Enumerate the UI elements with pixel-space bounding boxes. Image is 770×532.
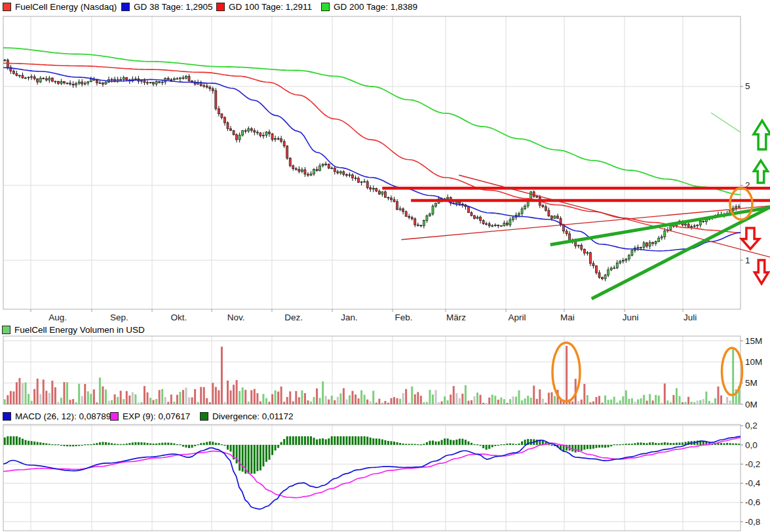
- macd-chart-panel: 0,20,0-0,2-0,4-0,6-0,8: [3, 421, 761, 531]
- svg-text:5: 5: [745, 81, 750, 91]
- svg-text:1: 1: [745, 256, 750, 265]
- svg-text:April: April: [509, 313, 526, 322]
- svg-text:0,0: 0,0: [745, 440, 758, 450]
- svg-text:0,2: 0,2: [745, 421, 758, 430]
- svg-text:März: März: [446, 313, 466, 322]
- up-signal-arrow-icon: [754, 161, 768, 183]
- svg-text:-0,2: -0,2: [745, 459, 760, 469]
- volume-chart-panel: 15M10M5M0M: [3, 336, 762, 409]
- svg-text:-0,6: -0,6: [745, 497, 760, 507]
- svg-text:Sep.: Sep.: [110, 313, 128, 322]
- up-signal-arrow-icon: [754, 121, 770, 149]
- svg-text:Feb.: Feb.: [395, 313, 412, 322]
- svg-text:Aug.: Aug.: [48, 313, 67, 322]
- svg-text:-0,4: -0,4: [745, 478, 761, 488]
- svg-text:5M: 5M: [745, 378, 758, 388]
- svg-text:10M: 10M: [745, 357, 762, 367]
- svg-text:-0,8: -0,8: [745, 517, 760, 527]
- highlight-ellipse: [730, 188, 752, 219]
- svg-text:Juni: Juni: [623, 313, 639, 322]
- svg-text:0M: 0M: [745, 400, 758, 409]
- down-signal-arrow-icon: [742, 228, 760, 249]
- svg-text:Okt.: Okt.: [171, 313, 187, 322]
- stock-chart-page: { "colors":{ "candle_up":"#52c952","cand…: [0, 0, 770, 532]
- svg-text:Mai: Mai: [560, 313, 575, 322]
- svg-text:Juli: Juli: [683, 313, 697, 322]
- svg-text:15M: 15M: [745, 336, 762, 346]
- svg-text:Dez.: Dez.: [284, 313, 303, 322]
- chart-canvas: 521Aug.Sep.Okt.Nov.Dez.Jan.Feb.MärzApril…: [0, 0, 770, 532]
- svg-text:Jan.: Jan.: [341, 313, 358, 322]
- down-signal-arrow-icon: [755, 260, 769, 284]
- svg-text:Nov.: Nov.: [227, 313, 245, 322]
